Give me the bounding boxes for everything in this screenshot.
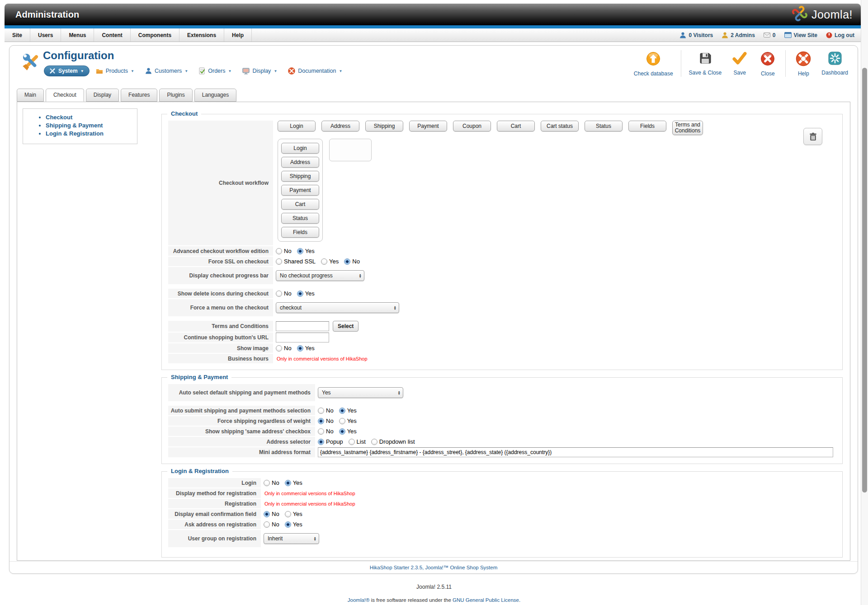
toolbar-save-button[interactable]: Save [726, 48, 754, 79]
radio-option-shared-ssl[interactable]: Shared SSL [276, 258, 316, 265]
radio-label: Yes [347, 428, 357, 435]
menubar-item-users[interactable]: Users [30, 28, 61, 42]
scrollbar-thumb[interactable] [862, 68, 867, 492]
input-terms-and-conditions[interactable] [276, 321, 329, 331]
radio-icon [276, 345, 282, 352]
status-0-visitors[interactable]: 0 Visitors [679, 32, 713, 38]
workflow-available-cart-status[interactable]: Cart status [541, 121, 579, 131]
joomla-license-link[interactable]: Joomla!® [348, 597, 370, 603]
input-continue-shopping-button-s-url[interactable] [276, 333, 329, 342]
component-menu-documentation[interactable]: Documentation▼ [283, 66, 347, 76]
tab-languages[interactable]: Languages [194, 89, 236, 102]
chevron-down-icon: ▼ [339, 69, 342, 73]
select-button[interactable]: Select [333, 321, 359, 332]
component-menu-products[interactable]: Products▼ [91, 66, 139, 76]
radio-option-yes[interactable]: Yes [285, 479, 302, 486]
workflow-available-cart[interactable]: Cart [497, 121, 535, 131]
tab-features[interactable]: Features [121, 89, 157, 102]
form-row-show-delete-icons-during-checkout: Show delete icons during checkoutNoYes [168, 289, 836, 298]
workflow-available-login[interactable]: Login [278, 121, 316, 131]
radio-option-yes[interactable]: Yes [297, 248, 315, 254]
radio-option-dropdown-list[interactable]: Dropdown list [371, 438, 415, 445]
delete-workflow-button[interactable] [803, 128, 822, 145]
workflow-drop-slot[interactable] [329, 139, 372, 161]
field-label: Force a menu on the checkout [168, 299, 273, 316]
select-inherit[interactable]: Inherit▲▼ [264, 533, 319, 544]
menubar-item-help[interactable]: Help [224, 28, 252, 42]
tab-plugins[interactable]: Plugins [159, 89, 192, 102]
component-menu-display[interactable]: Display▼ [238, 66, 282, 76]
workflow-available-coupon[interactable]: Coupon [453, 121, 491, 131]
radio-option-no[interactable]: No [276, 345, 292, 352]
radio-option-popup[interactable]: Popup [318, 438, 343, 445]
menubar-item-menus[interactable]: Menus [61, 28, 94, 42]
radio-option-yes[interactable]: Yes [339, 407, 357, 414]
radio-option-yes[interactable]: Yes [297, 290, 315, 297]
workflow-selected-login[interactable]: Login [281, 143, 319, 154]
status-0[interactable]: 0 [764, 32, 776, 38]
workflow-available-terms-and-conditions[interactable]: Terms and Conditions [672, 121, 703, 135]
workflow-selected-cart[interactable]: Cart [281, 199, 319, 210]
select-checkout[interactable]: checkout▲▼ [276, 302, 399, 313]
radio-option-no[interactable]: No [276, 290, 292, 297]
component-menu-orders[interactable]: Orders▼ [194, 66, 236, 76]
radio-option-no[interactable]: No [318, 428, 334, 435]
hikashop-footer-link[interactable]: HikaShop Starter 2.3.5, Joomla!™ Online … [370, 565, 498, 570]
toolbar-help-button[interactable]: Help [789, 48, 817, 79]
toolbar-save-close-button[interactable]: Save & Close [685, 48, 726, 79]
toolbar-dashboard-button[interactable]: Dashboard [817, 48, 852, 79]
menu-label: Customers [155, 68, 182, 74]
select-no-checkout-progress[interactable]: No checkout progress▲▼ [276, 270, 364, 281]
quicklink-shipping-payment[interactable]: Shipping & Payment [46, 122, 103, 129]
radio-option-no[interactable]: No [344, 258, 360, 265]
field-label: Display method for registration [168, 488, 261, 498]
tab-display[interactable]: Display [86, 89, 119, 102]
form-row-display-method-for-registration: Display method for registrationOnly in c… [168, 488, 836, 498]
status-view-site[interactable]: View Site [784, 32, 817, 38]
workflow-selected-payment[interactable]: Payment [281, 185, 319, 196]
quicklink-login-registration[interactable]: Login & Registration [46, 130, 104, 137]
radio-option-yes[interactable]: Yes [339, 417, 357, 424]
radio-option-no[interactable]: No [318, 407, 334, 414]
component-menu-system[interactable]: System▼ [44, 66, 90, 76]
radio-option-yes[interactable]: Yes [297, 345, 315, 352]
workflow-selected-status[interactable]: Status [281, 213, 319, 224]
radio-option-yes[interactable]: Yes [285, 511, 302, 517]
input-mini-address-format[interactable] [318, 447, 833, 457]
radio-icon [318, 418, 324, 424]
workflow-selected-shipping[interactable]: Shipping [281, 171, 319, 182]
workflow-available-fields[interactable]: Fields [628, 121, 666, 131]
radio-label: No [284, 345, 292, 352]
radio-option-yes[interactable]: Yes [285, 521, 302, 528]
radio-option-no[interactable]: No [276, 248, 292, 254]
tab-main[interactable]: Main [17, 89, 44, 102]
toolbar-check-database-button[interactable]: Check database [630, 48, 677, 79]
select-yes[interactable]: Yes▲▼ [318, 387, 403, 398]
menubar-item-components[interactable]: Components [131, 28, 179, 42]
workflow-available-address[interactable]: Address [321, 121, 359, 131]
workflow-available-payment[interactable]: Payment [409, 121, 447, 131]
gnu-license-link[interactable]: GNU General Public License [453, 597, 519, 603]
menubar-item-extensions[interactable]: Extensions [179, 28, 224, 42]
radio-option-yes[interactable]: Yes [321, 258, 339, 265]
radio-option-yes[interactable]: Yes [339, 428, 357, 435]
menubar-item-site[interactable]: Site [5, 28, 30, 42]
radio-option-no[interactable]: No [264, 479, 279, 486]
workflow-available-status[interactable]: Status [585, 121, 623, 131]
radio-option-no[interactable]: No [264, 511, 279, 517]
radio-option-list[interactable]: List [349, 438, 366, 445]
quicklink-checkout[interactable]: Checkout [46, 114, 72, 121]
form-row-mini-address-format: Mini address format [168, 447, 836, 457]
tab-checkout[interactable]: Checkout [46, 89, 84, 102]
component-menu-customers[interactable]: Customers▼ [141, 66, 193, 76]
toolbar-close-button[interactable]: Close [754, 48, 782, 79]
radio-option-no[interactable]: No [318, 417, 334, 424]
workflow-selected-address[interactable]: Address [281, 157, 319, 168]
radio-option-no[interactable]: No [264, 521, 279, 528]
status-2-admins[interactable]: 2 Admins [722, 32, 755, 38]
workflow-selected-fields[interactable]: Fields [281, 227, 319, 238]
menubar-item-content[interactable]: Content [94, 28, 130, 42]
status-log-out[interactable]: Log out [826, 32, 854, 38]
section-shipping: Shipping & PaymentAuto select default sh… [161, 377, 843, 464]
workflow-available-shipping[interactable]: Shipping [365, 121, 403, 131]
